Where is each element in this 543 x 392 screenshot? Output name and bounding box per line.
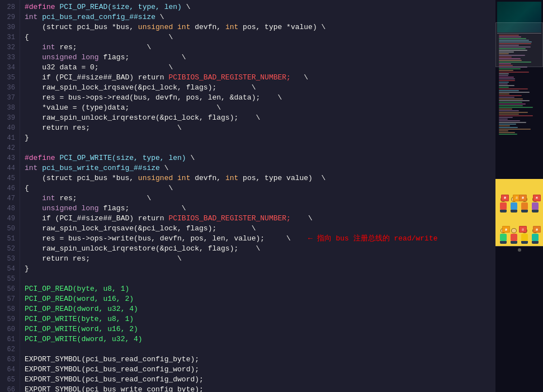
code-line-46: { \ — [25, 183, 495, 193]
minimap[interactable] — [495, 0, 543, 179]
code-line-58: PCI_OP_READ(dword, u32, 4) — [25, 304, 495, 314]
code-line-54: } — [25, 264, 495, 274]
line-number-39: 39 — [2, 113, 15, 123]
code-line-37: res = bus->ops->read(bus, devfn, pos, le… — [25, 93, 495, 103]
line-numbers: 2829303132333435363738394041424344454647… — [0, 0, 20, 392]
line-number-61: 61 — [2, 334, 15, 344]
code-line-35: if (PCI_##size##_BAD) return PCIBIOS_BAD… — [25, 73, 495, 83]
line-number-40: 40 — [2, 123, 15, 133]
line-number-32: 32 — [2, 42, 15, 53]
line-number-44: 44 — [2, 163, 15, 173]
code-line-29: int pci_bus_read_config_##size \ — [25, 12, 495, 22]
code-line-50: raw_spin_lock_irqsave(&pci_lock, flags);… — [25, 224, 495, 234]
code-line-59: PCI_OP_WRITE(byte, u8, 1) — [25, 314, 495, 324]
code-line-44: int pci_bus_write_config_##size \ — [25, 163, 495, 173]
code-line-33: unsigned long flags; \ — [25, 53, 495, 63]
code-line-63: EXPORT_SYMBOL(pci_bus_read_config_byte); — [25, 355, 495, 365]
line-number-31: 31 — [2, 32, 15, 42]
code-line-55 — [25, 274, 495, 284]
line-number-57: 57 — [2, 294, 15, 304]
line-number-47: 47 — [2, 193, 15, 204]
line-number-36: 36 — [2, 83, 15, 93]
code-line-47: int res; \ — [25, 193, 495, 204]
code-line-53: return res; \ — [25, 254, 495, 264]
line-number-37: 37 — [2, 93, 15, 103]
code-line-48: unsigned long flags; \ — [25, 204, 495, 214]
scrollbar-area — [495, 246, 543, 253]
minimap-viewport[interactable] — [495, 22, 543, 67]
line-number-34: 34 — [2, 63, 15, 73]
code-line-43: #define PCI_OP_WRITE(size, type, len) \ — [25, 153, 495, 163]
line-number-59: 59 — [2, 314, 15, 324]
line-number-28: 28 — [2, 2, 15, 12]
character-6 — [509, 228, 519, 244]
line-number-49: 49 — [2, 214, 15, 224]
line-number-51: 51 — [2, 234, 15, 244]
code-line-34: u32 data = 0; \ — [25, 63, 495, 73]
code-line-42 — [25, 143, 495, 153]
line-number-42: 42 — [2, 143, 15, 153]
character-3: 廉 — [520, 197, 530, 212]
character-7: 正 — [520, 228, 530, 244]
line-number-38: 38 — [2, 103, 15, 113]
code-line-64: EXPORT_SYMBOL(pci_bus_read_config_word); — [25, 365, 495, 375]
code-line-60: PCI_OP_WRITE(word, u16, 2) — [25, 324, 495, 334]
code-line-49: if (PCI_##size##_BAD) return PCIBIOS_BAD… — [25, 214, 495, 224]
code-editor[interactable]: 2829303132333435363738394041424344454647… — [0, 0, 495, 392]
line-number-62: 62 — [2, 344, 15, 355]
line-number-63: 63 — [2, 355, 15, 365]
line-number-46: 46 — [2, 183, 15, 193]
code-line-52: raw_spin_unlock_irqrestore(&pci_lock, fl… — [25, 244, 495, 254]
line-number-30: 30 — [2, 22, 15, 32]
code-line-66: EXPORT_SYMBOL(pci_bus_write_config_byte)… — [25, 385, 495, 392]
line-number-58: 58 — [2, 304, 15, 314]
character-illustration: 廉 正 廉 — [495, 179, 543, 246]
code-line-41: } — [25, 133, 495, 143]
line-number-43: 43 — [2, 153, 15, 163]
line-number-64: 64 — [2, 365, 15, 375]
bottom-filler — [495, 253, 543, 392]
line-number-60: 60 — [2, 324, 15, 334]
line-number-55: 55 — [2, 274, 15, 284]
line-number-53: 53 — [2, 254, 15, 264]
code-line-51: res = bus->ops->write(bus, devfn, pos, l… — [25, 234, 495, 244]
character-8: 廉 — [530, 228, 540, 244]
code-line-65: EXPORT_SYMBOL(pci_bus_read_config_dword)… — [25, 375, 495, 385]
sidebar-right: 廉 正 廉 — [495, 0, 543, 392]
line-number-65: 65 — [2, 375, 15, 385]
line-number-50: 50 — [2, 224, 15, 234]
code-line-31: { \ — [25, 32, 495, 42]
main-area: 2829303132333435363738394041424344454647… — [0, 0, 543, 392]
character-5: 廉 — [498, 228, 508, 244]
line-number-45: 45 — [2, 173, 15, 183]
code-line-30: (struct pci_bus *bus, unsigned int devfn… — [25, 22, 495, 32]
code-line-45: (struct pci_bus *bus, unsigned int devfn… — [25, 173, 495, 183]
code-line-39: raw_spin_unlock_irqrestore(&pci_lock, fl… — [25, 113, 495, 123]
code-line-38: *value = (type)data; \ — [25, 103, 495, 113]
line-number-66: 66 — [2, 385, 15, 392]
character-1: 廉 — [498, 197, 508, 212]
line-number-29: 29 — [2, 12, 15, 22]
code-line-62 — [25, 344, 495, 355]
code-content[interactable]: #define PCI_OP_READ(size, type, len) \in… — [20, 0, 495, 392]
code-line-28: #define PCI_OP_READ(size, type, len) \ — [25, 2, 495, 12]
line-number-56: 56 — [2, 284, 15, 294]
code-line-40: return res; \ — [25, 123, 495, 133]
character-4: 政 — [530, 197, 540, 212]
code-line-36: raw_spin_lock_irqsave(&pci_lock, flags);… — [25, 83, 495, 93]
code-line-61: PCI_OP_WRITE(dword, u32, 4) — [25, 334, 495, 344]
code-line-56: PCI_OP_READ(byte, u8, 1) — [25, 284, 495, 294]
code-line-32: int res; \ — [25, 42, 495, 53]
line-number-35: 35 — [2, 73, 15, 83]
character-2: 正 — [509, 197, 519, 212]
line-number-54: 54 — [2, 264, 15, 274]
line-number-41: 41 — [2, 133, 15, 143]
code-line-57: PCI_OP_READ(word, u16, 2) — [25, 294, 495, 304]
line-number-52: 52 — [2, 244, 15, 254]
code-block: 2829303132333435363738394041424344454647… — [0, 0, 495, 392]
line-number-48: 48 — [2, 204, 15, 214]
line-number-33: 33 — [2, 53, 15, 63]
